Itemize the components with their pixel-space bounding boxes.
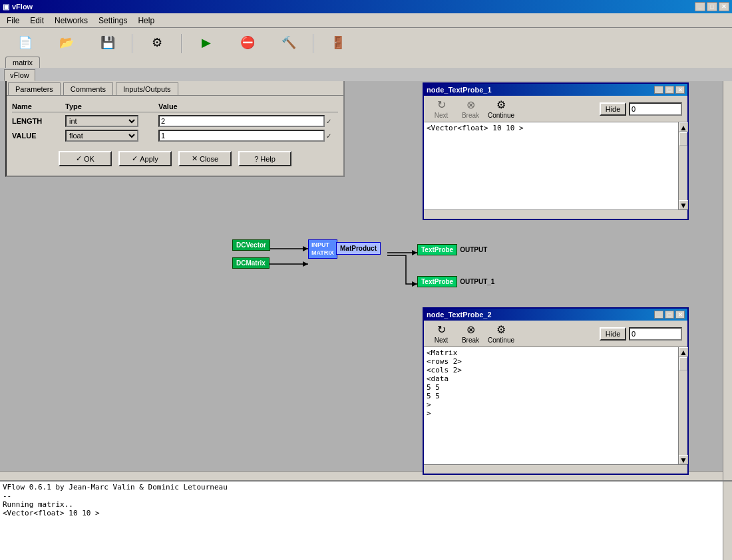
params-value-input-value[interactable] — [158, 130, 325, 142]
sub-tab-vflow[interactable]: vFlow — [4, 69, 35, 81]
probe2-scrollbar-v[interactable]: ▲ ▼ — [678, 347, 687, 474]
probe1-content: <Vector<float> 10 10 > — [424, 122, 687, 219]
probe1-title-bar: node_TextProbe_1 _ □ ✕ — [424, 84, 687, 96]
textprobe2-box: TextProbe — [417, 276, 457, 287]
save-icon: 💾 — [98, 33, 117, 52]
node-dcmatrix[interactable]: DCMatrix — [232, 257, 270, 269]
probe2-continue-btn[interactable]: ⚙ Continue — [488, 323, 514, 344]
sub-tab-strip: vFlow — [0, 68, 732, 81]
probe-window-1: node_TextProbe_1 _ □ ✕ ↻ Next ⊗ Break ⚙ … — [423, 82, 689, 220]
parameters-icon: ⚙ — [148, 33, 166, 52]
probe2-title-bar: node_TextProbe_2 _ □ ✕ — [424, 309, 687, 321]
app-title: vFlow — [12, 3, 33, 11]
help-button[interactable]: ? Help — [238, 151, 291, 166]
probe1-next-icon: ↻ — [437, 98, 446, 111]
probe1-continue-icon: ⚙ — [496, 98, 506, 111]
params-tab-comments[interactable]: Comments — [63, 82, 113, 95]
close-icon: ✕ — [192, 154, 198, 163]
dcvector-box: DCVector — [232, 239, 270, 251]
probe-window-2: node_TextProbe_2 _ □ ✕ ↻ Next ⊗ Break ⚙ … — [423, 307, 689, 475]
node-textprobe1[interactable]: TextProbe OUTPUT — [417, 244, 487, 255]
probe1-toolbar: ↻ Next ⊗ Break ⚙ Continue Hide — [424, 96, 687, 122]
apply-button[interactable]: ✓ Apply — [118, 151, 172, 166]
menu-settings[interactable]: Settings — [94, 15, 131, 27]
status-line-4: <Vector<float> 10 10 > — [3, 509, 729, 517]
svg-marker-6 — [412, 281, 417, 287]
params-panel: Parameters Comments Inputs/Outputs Name … — [5, 80, 345, 177]
params-buttons: ✓ OK ✓ Apply ✕ Close ? Help — [12, 144, 338, 170]
probe1-scrollbar-v[interactable]: ▲ ▼ — [678, 122, 687, 219]
node-input-matrix[interactable]: INPUTMATRIX — [308, 239, 337, 259]
textprobe1-box: TextProbe — [417, 244, 457, 255]
probe2-scrollbar-h[interactable] — [424, 464, 687, 474]
minimize-btn[interactable]: _ — [695, 2, 705, 11]
probe2-toolbar: ↻ Next ⊗ Break ⚙ Continue Hide — [424, 321, 687, 347]
probe1-next-btn[interactable]: ↻ Next — [429, 98, 453, 119]
probe2-maximize[interactable]: □ — [665, 311, 674, 319]
title-bar: ▣ vFlow _ □ ✕ — [0, 0, 732, 13]
probe1-continue-btn[interactable]: ⚙ Continue — [488, 98, 514, 119]
open-icon: 📂 — [57, 33, 76, 52]
tab-matrix[interactable]: matrix — [5, 57, 40, 68]
params-type-select-length[interactable]: int — [65, 115, 138, 127]
probe1-break-btn[interactable]: ⊗ Break — [458, 98, 482, 119]
tab-strip: matrix — [0, 53, 732, 68]
node-dcvector[interactable]: DCVector — [232, 239, 270, 251]
params-type-value: float — [65, 130, 158, 142]
menu-file[interactable]: File — [3, 15, 23, 27]
matproduct-box: MatProduct — [336, 242, 381, 255]
probe2-break-btn[interactable]: ⊗ Break — [458, 323, 482, 344]
close-button[interactable]: ✕ Close — [178, 151, 232, 166]
probe2-minimize[interactable]: _ — [654, 311, 663, 319]
new-icon: 📄 — [16, 33, 35, 52]
menu-help[interactable]: Help — [134, 15, 158, 27]
output2-label: OUTPUT_1 — [460, 278, 494, 285]
params-type-select-value[interactable]: float — [65, 130, 138, 142]
menu-networks[interactable]: Networks — [51, 15, 92, 27]
probe2-title: node_TextProbe_2 — [427, 311, 492, 319]
ok-button[interactable]: ✓ OK — [59, 151, 112, 166]
svg-marker-5 — [412, 250, 417, 255]
probe2-continue-icon: ⚙ — [496, 323, 506, 336]
probe2-close[interactable]: ✕ — [675, 311, 685, 319]
output1-label: OUTPUT — [460, 246, 487, 253]
probe2-value-input[interactable] — [629, 327, 682, 341]
probe1-maximize[interactable]: □ — [665, 86, 674, 94]
status-bar: VFlow 0.6.1 by Jean-Marc Valin & Dominic… — [0, 480, 732, 560]
input-matrix-box: INPUTMATRIX — [308, 239, 337, 259]
probe2-next-icon: ↻ — [437, 323, 446, 336]
node-matproduct[interactable]: MatProduct — [336, 242, 381, 255]
menu-edit[interactable]: Edit — [26, 15, 48, 27]
main-scrollbar-right[interactable] — [723, 68, 732, 480]
status-line-2: -- — [3, 491, 729, 500]
params-content: Name Type Value LENGTH int ✓ VALUE — [7, 96, 343, 176]
params-value-input-length[interactable] — [158, 115, 325, 127]
menu-bar: File Edit Networks Settings Help — [0, 13, 732, 28]
status-line-1: VFlow 0.6.1 by Jean-Marc Valin & Dominic… — [3, 483, 729, 491]
status-scrollbar[interactable] — [723, 482, 732, 560]
probe2-hide-btn[interactable]: Hide — [600, 327, 626, 341]
probe1-break-icon: ⊗ — [466, 98, 475, 111]
params-value-length: ✓ — [158, 115, 338, 127]
params-tab-inputs-outputs[interactable]: Inputs/Outputs — [116, 82, 178, 95]
main-area: vFlow DCVector DCMatrix INPUTMATRIX MatP… — [0, 68, 732, 560]
node-textprobe2[interactable]: TextProbe OUTPUT_1 — [417, 276, 494, 287]
probe2-break-icon: ⊗ — [466, 323, 475, 336]
probe2-next-btn[interactable]: ↻ Next — [429, 323, 453, 344]
build-icon: 🔨 — [279, 33, 298, 52]
length-check: ✓ — [326, 118, 331, 125]
probe1-close[interactable]: ✕ — [675, 86, 685, 94]
dcmatrix-box: DCMatrix — [232, 257, 270, 269]
maximize-btn[interactable]: □ — [707, 2, 717, 11]
probe1-value-input[interactable] — [629, 102, 682, 116]
apply-icon: ✓ — [132, 154, 138, 163]
probe1-scrollbar-h[interactable] — [424, 210, 687, 219]
probe1-minimize[interactable]: _ — [654, 86, 663, 94]
probe1-hide-btn[interactable]: Hide — [600, 102, 626, 116]
app-icon: ▣ — [3, 3, 9, 11]
exit-icon: 🚪 — [329, 33, 347, 52]
probe2-content: <Matrix <rows 2> <cols 2> <data 5 5 5 5 … — [424, 347, 687, 474]
close-btn[interactable]: ✕ — [719, 2, 729, 11]
params-tab-parameters[interactable]: Parameters — [8, 82, 61, 95]
probe1-title: node_TextProbe_1 — [427, 86, 492, 94]
